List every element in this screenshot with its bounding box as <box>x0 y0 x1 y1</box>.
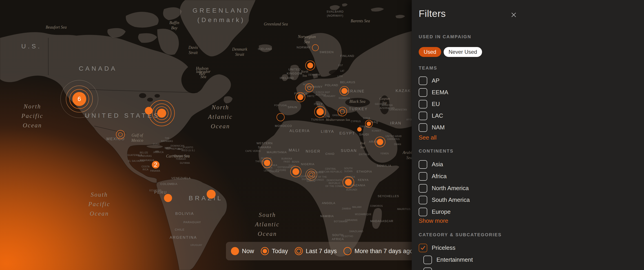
checkbox-checked[interactable] <box>419 244 427 252</box>
check-icon <box>419 244 427 252</box>
marker-core <box>377 139 383 145</box>
legend-item-today: Today <box>261 247 288 255</box>
marker-core <box>164 194 172 202</box>
map-markers-layer: 62 <box>0 0 412 270</box>
filter-option-europe: Europe <box>419 206 450 218</box>
checkbox-label: NAM <box>432 124 445 131</box>
filter-option-item <box>424 266 432 270</box>
checkbox-label: Africa <box>432 173 446 180</box>
legend-item-now: Now <box>231 247 254 255</box>
section-header-used-in-campaign: USED IN CAMPAIGN <box>419 34 471 39</box>
used-pill[interactable]: Used <box>419 47 441 57</box>
marker-ring <box>312 44 319 51</box>
checkbox-label: LAC <box>432 112 443 119</box>
checkbox-unchecked[interactable] <box>419 208 427 216</box>
marker-core <box>157 109 166 118</box>
legend-label: More than 7 days ago <box>354 248 412 255</box>
marker-core <box>307 63 313 68</box>
checkbox-unchecked[interactable] <box>419 160 427 169</box>
used-toggle-group: UsedNever Used <box>419 47 482 57</box>
filter-option-nam: NAM <box>419 121 445 133</box>
checkbox-unchecked[interactable] <box>419 112 427 120</box>
checkbox-unchecked[interactable] <box>419 100 427 108</box>
filter-option-lac: LAC <box>419 110 443 122</box>
legend-last7-icon <box>295 247 303 255</box>
marker-ring <box>276 113 284 121</box>
marker-ring <box>306 169 317 180</box>
checkbox-label: EEMA <box>432 89 448 96</box>
checkbox-label: AP <box>432 77 440 84</box>
checkbox-label: EU <box>432 101 440 107</box>
see-all-link[interactable]: See all <box>419 134 437 141</box>
legend-item-more-than-7-days-ago: More than 7 days ago <box>344 247 412 255</box>
filter-option-south-america: South America <box>419 194 470 206</box>
filter-option-asia: Asia <box>419 158 443 170</box>
marker-core <box>342 88 347 94</box>
app-window: North Pacific OceanNorth Atlantic OceanS… <box>0 0 644 270</box>
checkbox-unchecked[interactable] <box>424 256 432 264</box>
marker-core <box>366 121 371 126</box>
legend-today-icon <box>261 247 269 255</box>
checkbox-label: North America <box>432 185 469 192</box>
close-icon[interactable] <box>510 11 517 19</box>
legend-now-icon <box>231 247 239 255</box>
panel-title: Filters <box>419 8 446 19</box>
marker-core <box>292 168 299 175</box>
filter-option-north-america: North America <box>419 182 469 194</box>
filter-option-eu: EU <box>419 98 440 110</box>
filters-panel: Filters USED IN CAMPAIGN UsedNever Used … <box>412 0 644 270</box>
legend-label: Last 7 days <box>306 248 337 255</box>
marker-count: 2 <box>154 161 157 168</box>
marker-core <box>345 179 352 186</box>
checkbox-label: Entertainment <box>436 256 473 263</box>
legend-item-last-7-days: Last 7 days <box>295 247 337 255</box>
marker-core <box>264 160 270 166</box>
filter-option-priceless: Priceless <box>419 242 455 254</box>
filter-option-entertainment: Entertainment <box>424 254 473 266</box>
checkbox-unchecked[interactable] <box>419 172 427 181</box>
checkbox-label: Europe <box>432 208 450 215</box>
filter-option-ap: AP <box>419 75 440 87</box>
marker-ring <box>305 83 314 92</box>
never-used-pill[interactable]: Never Used <box>444 47 482 57</box>
marker-core <box>357 127 362 132</box>
marker-core <box>298 94 303 100</box>
checkbox-label: Priceless <box>432 244 455 251</box>
marker-count: 6 <box>78 96 81 103</box>
legend-more-icon <box>344 247 352 255</box>
checkbox-unchecked[interactable] <box>419 88 427 97</box>
checkbox-unchecked[interactable] <box>419 123 427 132</box>
checkbox-unchecked[interactable] <box>419 76 427 85</box>
marker-core <box>207 190 216 199</box>
marker-ring <box>338 107 347 116</box>
marker-ring <box>116 130 125 139</box>
checkbox-unchecked[interactable] <box>419 184 427 193</box>
section-header-teams: TEAMS <box>419 65 437 71</box>
filter-option-eema: EEMA <box>419 86 448 98</box>
marker-core <box>316 108 324 115</box>
show-more-link[interactable]: Show more <box>419 217 448 224</box>
map-time-legend: NowTodayLast 7 daysMore than 7 days ago <box>226 242 412 260</box>
world-map[interactable]: North Pacific OceanNorth Atlantic OceanS… <box>0 0 412 270</box>
legend-label: Now <box>242 248 254 255</box>
legend-label: Today <box>272 248 288 255</box>
checkbox-label: Asia <box>432 161 443 168</box>
checkbox-unchecked[interactable] <box>424 267 432 270</box>
checkbox-label: South America <box>432 196 470 203</box>
checkbox-unchecked[interactable] <box>419 196 427 204</box>
filter-option-africa: Africa <box>419 170 446 182</box>
section-header-continents: CONTINENTS <box>419 149 454 154</box>
section-header-category: CATEGORY & SUBCATEGORIES <box>419 232 502 237</box>
